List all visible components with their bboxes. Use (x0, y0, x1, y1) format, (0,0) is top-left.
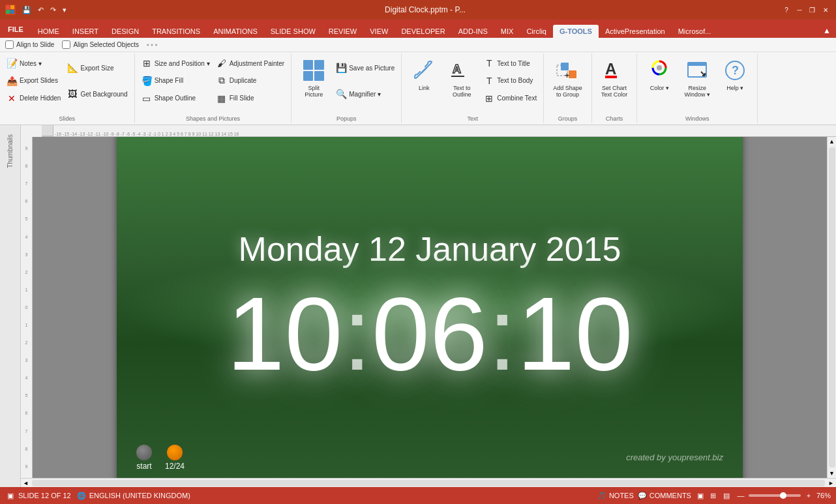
app-icon (5, 5, 16, 15)
duplicate-btn[interactable]: ⧉ Duplicate (214, 74, 288, 87)
scroll-up-btn[interactable]: ▲ (828, 137, 836, 146)
shape-fill-btn[interactable]: 🪣 Shape Fill (139, 74, 213, 87)
combine-text-btn[interactable]: ⊞ Combine Text (481, 92, 539, 105)
svg-rect-0 (6, 5, 10, 9)
1224-control[interactable]: 12/24 (165, 445, 185, 471)
comments-status-label: COMMENTS (649, 492, 691, 499)
notes-status-btn[interactable]: 🎵 NOTES (597, 492, 634, 500)
scroll-right-btn[interactable]: ► (826, 479, 836, 487)
zoom-out-btn[interactable]: — (736, 490, 746, 501)
shape-outline-btn[interactable]: ▭ Shape Outline (139, 92, 213, 105)
quick-access-toolbar: 💾 ↶ ↷ ▾ (20, 5, 69, 16)
comments-status-btn[interactable]: 💬 COMMENTS (638, 492, 691, 500)
slide-bottom: start 12/24 created by youpresent.biz (117, 445, 743, 471)
tab-insert[interactable]: INSERT (66, 25, 105, 38)
tab-review[interactable]: REVIEW (322, 25, 363, 38)
tab-microsof[interactable]: Microsof... (672, 25, 718, 38)
thumbnails-panel: Thumbnails (0, 125, 21, 487)
language-icon: 🌐 (76, 490, 87, 501)
size-position-btn[interactable]: ⊞ Size and Position ▾ (139, 57, 213, 70)
text-to-body-icon: T (484, 76, 494, 86)
fill-slide-label: Fill Slide (230, 95, 254, 102)
slide-info-area: ▣ SLIDE 12 OF 12 (5, 490, 71, 501)
tab-transitions[interactable]: TRANSITIONS (145, 25, 207, 38)
export-slides-label: Export Slides (20, 77, 58, 84)
ribbon-group-charts: A Set ChartText Color Charts (592, 53, 638, 123)
delete-hidden-btn[interactable]: ✕ Delete Hidden (4, 92, 63, 105)
text-to-title-btn[interactable]: T Text to Title (481, 57, 539, 70)
tab-addins[interactable]: ADD-INS (452, 25, 494, 38)
save-quick-btn[interactable]: 💾 (20, 5, 34, 16)
comments-icon: 💬 (638, 492, 647, 500)
text-to-title-icon: T (484, 58, 494, 68)
zoom-slider[interactable] (749, 494, 801, 497)
svg-rect-20 (688, 63, 706, 66)
split-picture-btn[interactable]: SplitPicture (295, 55, 332, 100)
tab-circliq[interactable]: Circliq (520, 25, 553, 38)
align-to-slide-label: Align to Slide (16, 41, 54, 48)
set-chart-text-color-icon: A (601, 57, 627, 83)
add-shape-to-group-btn[interactable]: + Add Shapeto Group (548, 55, 588, 100)
svg-rect-5 (314, 60, 324, 70)
normal-view-btn[interactable]: ▣ (695, 490, 706, 501)
scroll-left-btn[interactable]: ◄ (21, 479, 31, 487)
save-as-picture-btn[interactable]: 💾 Save as Picture (333, 61, 397, 74)
combine-text-label: Combine Text (497, 95, 537, 102)
zoom-in-btn[interactable]: + (803, 490, 814, 501)
resize-window-btn[interactable]: ResizeWindow ▾ (679, 55, 715, 100)
text-to-body-btn[interactable]: T Text to Body (481, 74, 539, 87)
svg-rect-10 (451, 76, 464, 77)
slides-group-label: Slides (59, 115, 76, 122)
close-btn[interactable]: ✕ (820, 5, 831, 15)
align-to-slide-checkbox[interactable] (5, 40, 14, 49)
adjustment-painter-btn[interactable]: 🖌 Adjustment Painter (214, 57, 288, 70)
tab-gtools[interactable]: G-TOOLS (553, 25, 599, 38)
notes-btn[interactable]: 📝 Notes ▾ (4, 57, 63, 70)
tab-animations[interactable]: ANIMATIONS (207, 25, 264, 38)
tab-view[interactable]: VIEW (363, 25, 395, 38)
shape-outline-label: Shape Outline (155, 95, 196, 102)
export-slides-btn[interactable]: 📤 Export Slides (4, 74, 63, 87)
scroll-thumb-v[interactable] (829, 147, 835, 467)
set-chart-text-color-btn[interactable]: A Set ChartText Color (596, 55, 633, 100)
text-to-outline-btn[interactable]: A Text toOutline (443, 55, 480, 100)
align-selected-checkbox[interactable] (62, 40, 70, 49)
undo-quick-btn[interactable]: ↶ (35, 5, 46, 16)
presenter-view-btn[interactable]: ▤ (721, 490, 732, 501)
redo-quick-btn[interactable]: ↷ (48, 5, 59, 16)
tab-file[interactable]: FILE (0, 21, 31, 38)
tab-developer[interactable]: DEVELOPER (395, 25, 451, 38)
tab-slideshow[interactable]: SLIDE SHOW (264, 25, 322, 38)
tab-mix[interactable]: MIX (494, 25, 520, 38)
link-btn[interactable]: Link (406, 55, 442, 94)
minimize-btn[interactable]: ─ (794, 5, 805, 15)
ribbon-collapse-btn[interactable]: ▲ (818, 23, 836, 38)
fill-slide-btn[interactable]: ▦ Fill Slide (214, 92, 288, 105)
tab-design[interactable]: DESIGN (105, 25, 145, 38)
customize-quick-btn[interactable]: ▾ (60, 5, 69, 16)
get-background-btn[interactable]: 🖼 Get Background (65, 87, 130, 100)
restore-btn[interactable]: ❒ (807, 5, 818, 15)
tab-activepresentation[interactable]: ActivePresentation (599, 25, 672, 38)
start-control[interactable]: start (136, 445, 152, 471)
size-position-icon: ⊞ (142, 58, 152, 68)
adjustment-painter-label: Adjustment Painter (230, 60, 285, 67)
tab-home[interactable]: HOME (31, 25, 66, 38)
shape-fill-label: Shape Fill (155, 77, 183, 84)
help-btn[interactable]: ? (781, 5, 792, 15)
slide-time: 10:06:10 (227, 282, 633, 386)
duplicate-label: Duplicate (230, 77, 257, 84)
svg-rect-4 (303, 60, 313, 70)
ribbon-group-groups-content: + Add Shapeto Group (548, 55, 588, 114)
export-size-btn[interactable]: 📐 Export Size (65, 61, 130, 74)
text-to-outline-icon: A (449, 57, 475, 83)
magnifier-btn[interactable]: 🔍 Magnifier ▾ (333, 87, 397, 100)
color-btn[interactable]: Color ▾ (641, 55, 678, 94)
grid-view-btn[interactable]: ⊞ (708, 490, 719, 501)
language-area: 🌐 ENGLISH (UNITED KINGDOM) (76, 490, 190, 501)
scroll-thumb-h[interactable] (32, 480, 825, 486)
horizontal-ruler: -16 -15 -14 -13 -12 -11 -10 -9 -8 -7 -6 … (42, 125, 836, 137)
scroll-down-btn[interactable]: ▼ (828, 469, 836, 478)
scrollbar-vertical[interactable]: ▲ ▼ (827, 137, 836, 478)
help-btn[interactable]: ? Help ▾ (717, 55, 753, 94)
